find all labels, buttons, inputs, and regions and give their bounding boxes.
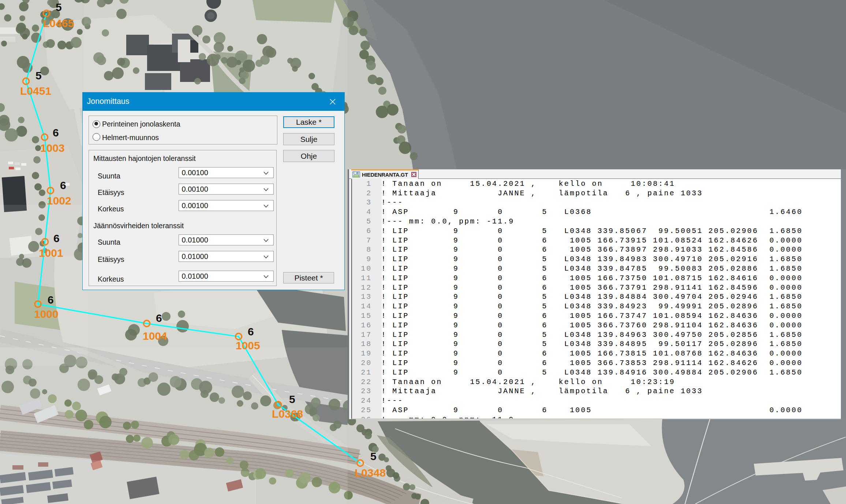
svg-text:1003: 1003: [40, 142, 65, 154]
svg-text:6: 6: [53, 232, 60, 244]
svg-text:5: 5: [289, 393, 295, 405]
svg-text:5: 5: [56, 1, 62, 13]
svg-text:L0368: L0368: [272, 408, 303, 420]
svg-text:1000: 1000: [34, 308, 59, 320]
svg-text:6: 6: [156, 312, 162, 324]
svg-text:1005: 1005: [236, 339, 260, 351]
svg-text:L0348: L0348: [355, 467, 386, 479]
svg-text:6: 6: [248, 326, 254, 338]
svg-text:L0465: L0465: [43, 17, 74, 29]
svg-text:1001: 1001: [39, 247, 63, 259]
svg-text:1004: 1004: [143, 330, 167, 342]
svg-text:5: 5: [35, 69, 42, 82]
svg-text:6: 6: [48, 294, 54, 306]
svg-text:L0451: L0451: [20, 85, 51, 97]
svg-text:6: 6: [53, 127, 59, 139]
svg-text:5: 5: [370, 450, 377, 462]
svg-text:1002: 1002: [47, 195, 71, 207]
svg-text:6: 6: [60, 179, 66, 191]
